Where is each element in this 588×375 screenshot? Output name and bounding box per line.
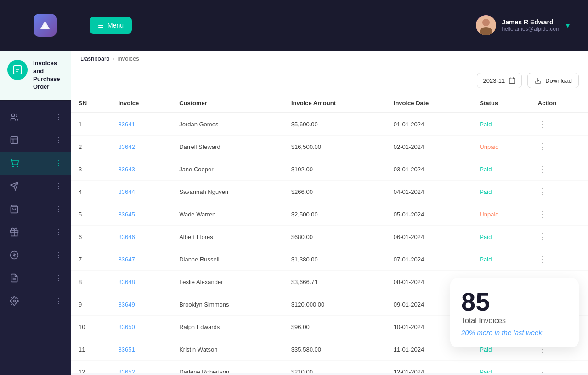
cell-invoice: 83646 (111, 226, 172, 248)
sidebar-item-users[interactable]: ⋮ (0, 106, 71, 129)
dots-icon-7: ⋮ (55, 251, 62, 260)
sidebar-item-send[interactable]: ⋮ (0, 175, 71, 198)
cell-customer: Brooklyn Simmons (172, 293, 284, 316)
bag-icon (9, 204, 19, 214)
chart-icon (9, 135, 19, 145)
cell-action[interactable]: ⋮ (531, 136, 588, 158)
user-email: hellojames@alpide.com (502, 26, 560, 32)
sidebar-item-settings[interactable]: ⋮ (0, 290, 71, 312)
status-badge: Paid (480, 188, 492, 195)
cell-invoice: 83643 (111, 158, 172, 181)
invoice-link[interactable]: 83643 (118, 166, 135, 173)
cell-action[interactable]: ⋮ (531, 181, 588, 203)
page-icon-circle (7, 60, 28, 80)
cell-status: Paid (472, 248, 530, 271)
cell-sn: 7 (71, 248, 111, 271)
table-row: 2 83642 Darrell Steward $16,500.00 02-01… (71, 136, 588, 158)
action-dots[interactable]: ⋮ (538, 165, 546, 174)
invoice-link[interactable]: 83647 (118, 256, 135, 263)
action-dots[interactable]: ⋮ (538, 210, 546, 219)
logo-icon (39, 19, 51, 32)
user-info: James R Edward hellojames@alpide.com (502, 18, 560, 32)
breadcrumb-parent[interactable]: Dashboard (80, 55, 110, 62)
action-dots[interactable]: ⋮ (538, 142, 546, 151)
cell-date: 02-01-2024 (386, 136, 473, 158)
sidebar-item-dollar[interactable]: ⋮ (0, 244, 71, 267)
sidebar-item-gift[interactable]: ⋮ (0, 221, 71, 244)
invoice-link[interactable]: 83642 (118, 143, 135, 150)
breadcrumb-separator: › (113, 55, 114, 62)
status-badge: Paid (480, 369, 492, 374)
calendar-icon (509, 77, 516, 84)
cell-sn: 9 (71, 293, 111, 316)
cell-action[interactable]: ⋮ (531, 158, 588, 181)
table-row: 4 83644 Savannah Nguyen $266.00 04-01-20… (71, 181, 588, 203)
invoice-link[interactable]: 83648 (118, 278, 135, 285)
avatar (476, 15, 496, 35)
cell-sn: 10 (71, 316, 111, 338)
date-filter[interactable]: 2023-11 (477, 73, 522, 88)
invoices-icon (12, 64, 23, 75)
cell-action[interactable]: ⋮ (531, 248, 588, 271)
cell-amount: $120,000.00 (284, 293, 386, 316)
table-row: 7 83647 Dianne Russell $1,380.00 07-01-2… (71, 248, 588, 271)
cell-customer: Albert Flores (172, 226, 284, 248)
cell-sn: 11 (71, 338, 111, 361)
menu-button[interactable]: ☰ Menu (90, 17, 132, 34)
invoice-link[interactable]: 83646 (118, 233, 135, 240)
action-dots[interactable]: ⋮ (538, 119, 546, 129)
cell-customer: Dianne Russell (172, 248, 284, 271)
table-row: 1 83641 Jordan Gomes $5,600.00 01-01-202… (71, 113, 588, 136)
cell-date: 06-01-2024 (386, 226, 473, 248)
invoice-link[interactable]: 83652 (118, 369, 135, 374)
col-sn: SN (71, 94, 111, 113)
stats-label: Total Invoices (461, 317, 568, 325)
cell-customer: Kristin Watson (172, 338, 284, 361)
cell-invoice: 83647 (111, 248, 172, 271)
sidebar-item-file[interactable]: ⋮ (0, 267, 71, 290)
user-name: James R Edward (502, 18, 560, 26)
dots-icon-2: ⋮ (55, 136, 62, 145)
sidebar-item-bag[interactable]: ⋮ (0, 198, 71, 221)
sidebar-item-cart[interactable]: ⋮ (0, 152, 71, 175)
cell-action[interactable]: ⋮ (531, 113, 588, 136)
cell-action[interactable]: ⋮ (531, 203, 588, 226)
cell-customer: Darlene Robertson (172, 361, 284, 374)
dollar-icon (9, 250, 19, 260)
cell-sn: 8 (71, 271, 111, 293)
stats-card: 85 Total Invoices 20% more in the last w… (450, 278, 579, 347)
cell-date: 12-01-2024 (386, 361, 473, 374)
chevron-down-icon[interactable]: ▾ (566, 21, 570, 30)
invoice-link[interactable]: 83650 (118, 324, 135, 330)
menu-icon: ☰ (98, 22, 104, 29)
action-dots[interactable]: ⋮ (538, 367, 546, 373)
svg-point-1 (482, 19, 490, 26)
action-dots[interactable]: ⋮ (538, 255, 546, 264)
invoice-link[interactable]: 83641 (118, 121, 135, 128)
svg-point-20 (13, 300, 16, 302)
action-dots[interactable]: ⋮ (538, 187, 546, 196)
col-amount: Invoice Amount (284, 94, 386, 113)
gift-icon (9, 227, 19, 237)
download-button[interactable]: Download (527, 73, 579, 88)
cell-sn: 12 (71, 361, 111, 374)
cell-action[interactable]: ⋮ (531, 361, 588, 374)
dots-icon-4: ⋮ (55, 182, 62, 191)
status-badge: Paid (480, 233, 492, 240)
breadcrumb: Dashboard › Invoices (71, 51, 588, 67)
action-dots[interactable]: ⋮ (538, 232, 546, 241)
send-icon (9, 181, 19, 191)
cell-amount: $16,500.00 (284, 136, 386, 158)
sidebar-item-chart[interactable]: ⋮ (0, 129, 71, 152)
dots-icon-3: ⋮ (55, 159, 62, 168)
cell-amount: $680.00 (284, 226, 386, 248)
avatar-image (476, 15, 496, 35)
invoice-link[interactable]: 83645 (118, 211, 135, 218)
invoice-link[interactable]: 83644 (118, 188, 135, 195)
invoice-link[interactable]: 83651 (118, 346, 135, 353)
invoice-link[interactable]: 83649 (118, 301, 135, 308)
cell-action[interactable]: ⋮ (531, 226, 588, 248)
sidebar-nav: ⋮ ⋮ ⋮ ⋮ (0, 101, 71, 375)
logo-area (9, 14, 80, 37)
cell-invoice: 83649 (111, 293, 172, 316)
